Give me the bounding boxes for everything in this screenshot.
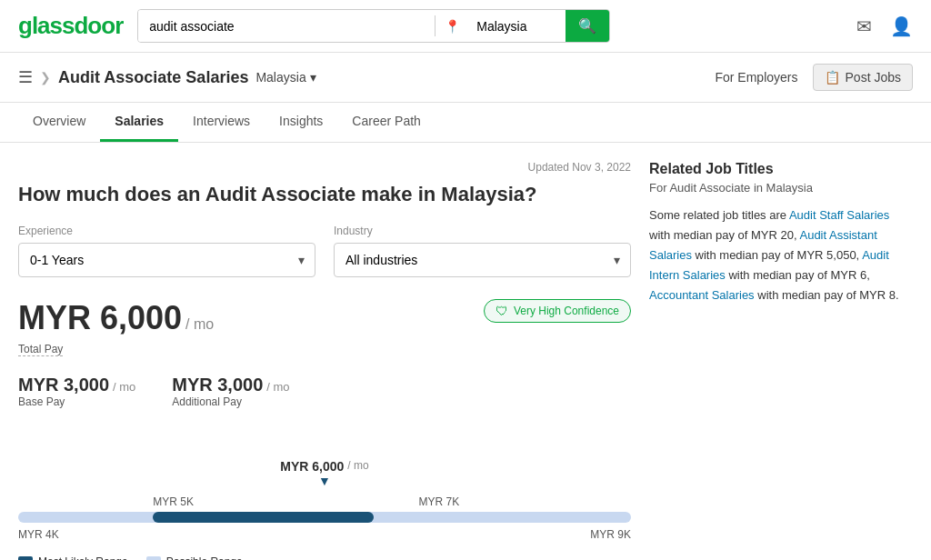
experience-select-wrapper: 0-1 Years 1-3 Years 3-5 Years 5+ Years bbox=[18, 243, 315, 277]
related-text: Some related job titles are Audit Staff … bbox=[649, 205, 913, 305]
legend-possible-label: Possible Range bbox=[166, 555, 243, 560]
tabs-bar: Overview Salaries Interviews Insights Ca… bbox=[0, 103, 931, 143]
base-pay-row: MYR 3,000 / mo Base Pay bbox=[18, 375, 135, 408]
most-likely-range-bar bbox=[153, 512, 374, 523]
median-wrapper: MYR 6,000 / mo bbox=[18, 459, 631, 474]
experience-label: Experience bbox=[18, 225, 315, 237]
median-value: MYR 6,000 bbox=[280, 459, 344, 474]
salary-unit: / mo bbox=[185, 316, 214, 332]
audit-staff-link[interactable]: Audit Staff Salaries bbox=[789, 208, 889, 222]
hamburger-icon[interactable]: ☰ bbox=[18, 67, 33, 87]
tab-salaries[interactable]: Salaries bbox=[100, 103, 178, 142]
legend-dark-color bbox=[18, 556, 33, 560]
shield-icon: 🛡 bbox=[496, 304, 508, 318]
experience-filter: Experience 0-1 Years 1-3 Years 3-5 Years… bbox=[18, 225, 315, 277]
profile-icon[interactable]: 👤 bbox=[890, 15, 913, 37]
additional-pay-amount-wrapper: MYR 3,000 / mo bbox=[172, 375, 289, 395]
salary-main: MYR 6,000 / mo 🛡 Very High Confidence bbox=[18, 299, 631, 337]
breadcrumb-left: ☰ ❯ Audit Associate Salaries Malaysia ▾ bbox=[18, 67, 316, 87]
range-high-label: MYR 7K bbox=[419, 495, 460, 508]
range-end-labels: MYR 4K MYR 9K bbox=[18, 528, 631, 541]
confidence-badge: 🛡 Very High Confidence bbox=[484, 299, 631, 323]
tab-overview[interactable]: Overview bbox=[18, 103, 100, 142]
updated-date: Updated Nov 3, 2022 bbox=[18, 161, 631, 174]
median-area: MYR 6,000 / mo ▼ bbox=[18, 459, 631, 488]
location-badge-text: Malaysia bbox=[255, 70, 305, 85]
tab-career-path[interactable]: Career Path bbox=[337, 103, 435, 142]
related-subtitle: For Audit Associate in Malaysia bbox=[649, 181, 913, 195]
industry-select-wrapper: All industries Finance Technology bbox=[334, 243, 631, 277]
pay-rows: MYR 3,000 / mo Base Pay MYR 3,000 / mo A… bbox=[18, 375, 631, 408]
salary-amount-wrapper: MYR 6,000 / mo bbox=[18, 299, 214, 337]
related-titles: Related Job Titles For Audit Associate i… bbox=[649, 161, 913, 305]
industry-filter: Industry All industries Finance Technolo… bbox=[334, 225, 631, 277]
range-max-label: MYR 9K bbox=[590, 528, 631, 541]
main-content: Updated Nov 3, 2022 How much does an Aud… bbox=[0, 143, 931, 560]
post-jobs-label: Post Jobs bbox=[846, 70, 901, 85]
range-low-label: MYR 5K bbox=[153, 495, 194, 508]
breadcrumb-right: For Employers 📋 Post Jobs bbox=[715, 64, 913, 91]
page-title: Audit Associate Salaries bbox=[58, 68, 248, 87]
range-bar bbox=[18, 512, 631, 523]
chart-area: MYR 6,000 / mo ▼ MYR 5K MYR 7K MYR 4K MY… bbox=[18, 423, 631, 541]
legend-possible: Possible Range bbox=[146, 555, 243, 560]
additional-pay-row: MYR 3,000 / mo Additional Pay bbox=[172, 375, 289, 408]
left-panel: Updated Nov 3, 2022 How much does an Aud… bbox=[18, 161, 631, 560]
additional-pay-amount: MYR 3,000 bbox=[172, 375, 263, 395]
location-badge[interactable]: Malaysia ▾ bbox=[255, 70, 315, 85]
nav-right: ✉ 👤 bbox=[856, 15, 913, 37]
location-input[interactable] bbox=[466, 12, 556, 41]
total-pay-label: Total Pay bbox=[18, 343, 63, 356]
legend-light-color bbox=[146, 556, 161, 560]
related-title-heading: Related Job Titles bbox=[649, 161, 913, 177]
search-bar: 📍 🔍 bbox=[137, 9, 610, 43]
post-jobs-icon: 📋 bbox=[825, 70, 840, 85]
for-employers-link[interactable]: For Employers bbox=[715, 70, 797, 85]
salary-amount: MYR 6,000 bbox=[18, 299, 182, 336]
industry-label: Industry bbox=[334, 225, 631, 237]
tab-interviews[interactable]: Interviews bbox=[178, 103, 265, 142]
median-arrow-icon: ▼ bbox=[18, 474, 631, 488]
search-input[interactable] bbox=[138, 10, 435, 42]
location-badge-chevron-icon: ▾ bbox=[310, 70, 316, 85]
confidence-text: Very High Confidence bbox=[514, 305, 619, 317]
post-jobs-button[interactable]: 📋 Post Jobs bbox=[813, 64, 913, 91]
accountant-link[interactable]: Accountant Salaries bbox=[649, 288, 755, 302]
logo: glassdoor bbox=[18, 12, 123, 40]
legend-most-likely: Most Likely Range bbox=[18, 555, 128, 560]
legend-most-likely-label: Most Likely Range bbox=[38, 555, 128, 560]
base-pay-amount-wrapper: MYR 3,000 / mo bbox=[18, 375, 135, 395]
search-button[interactable]: 🔍 bbox=[566, 10, 609, 42]
top-nav: glassdoor 📍 🔍 ✉ 👤 bbox=[0, 0, 931, 53]
range-min-label: MYR 4K bbox=[18, 528, 59, 541]
main-heading: How much does an Audit Associate make in… bbox=[18, 183, 631, 206]
location-icon: 📍 bbox=[445, 19, 460, 34]
range-top-labels: MYR 5K MYR 7K bbox=[18, 495, 631, 508]
breadcrumb-chevron-icon: ❯ bbox=[40, 70, 51, 85]
legend: Most Likely Range Possible Range bbox=[18, 555, 631, 560]
median-unit: / mo bbox=[347, 459, 368, 472]
audit-assistant-link[interactable]: Audit Assistant Salaries bbox=[649, 228, 877, 262]
industry-select[interactable]: All industries Finance Technology bbox=[334, 243, 631, 277]
base-pay-amount: MYR 3,000 bbox=[18, 375, 109, 395]
tab-insights[interactable]: Insights bbox=[265, 103, 337, 142]
base-pay-unit: / mo bbox=[113, 380, 135, 394]
messages-icon[interactable]: ✉ bbox=[856, 15, 872, 37]
location-input-wrapper: 📍 bbox=[435, 10, 566, 42]
experience-select[interactable]: 0-1 Years 1-3 Years 3-5 Years 5+ Years bbox=[18, 243, 315, 277]
additional-pay-unit: / mo bbox=[266, 380, 289, 394]
additional-pay-label: Additional Pay bbox=[172, 395, 289, 408]
filters: Experience 0-1 Years 1-3 Years 3-5 Years… bbox=[18, 225, 631, 277]
base-pay-label: Base Pay bbox=[18, 395, 135, 408]
breadcrumb-bar: ☰ ❯ Audit Associate Salaries Malaysia ▾ … bbox=[0, 53, 931, 103]
right-panel: Related Job Titles For Audit Associate i… bbox=[649, 161, 913, 560]
